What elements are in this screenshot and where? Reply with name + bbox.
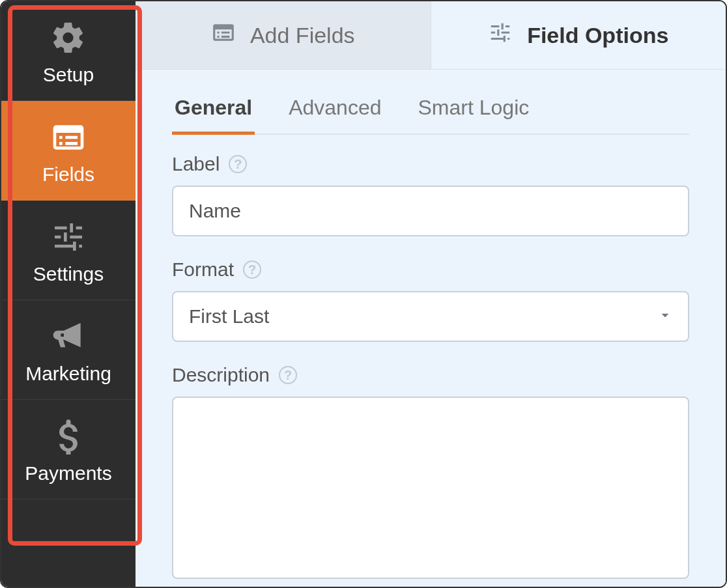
sub-tab-general[interactable]: General — [172, 87, 255, 135]
gear-icon — [50, 20, 87, 56]
field-title: Description — [172, 364, 270, 386]
form-area: Label ? Format ? First Last — [135, 147, 726, 587]
field-title: Format — [172, 259, 234, 281]
field-title: Label — [172, 153, 220, 175]
top-tabs: Add Fields Field Options — [135, 1, 726, 70]
tab-label: Field Options — [527, 23, 668, 48]
form-icon — [211, 20, 236, 50]
sliders-icon — [50, 219, 87, 255]
sidebar-item-label: Settings — [33, 264, 104, 284]
sidebar-item-marketing[interactable]: Marketing — [1, 300, 135, 400]
sidebar-item-settings[interactable]: Settings — [1, 201, 135, 300]
dollar-icon — [50, 418, 87, 455]
tab-field-options[interactable]: Field Options — [431, 1, 726, 69]
field-title-row: Label ? — [172, 153, 689, 175]
sidebar-item-label: Fields — [42, 165, 94, 184]
main-panel: Add Fields Field Options General Advance… — [135, 1, 726, 587]
label-input[interactable] — [172, 186, 689, 236]
description-textarea[interactable] — [172, 397, 689, 579]
format-select[interactable]: First Last — [172, 291, 689, 342]
sub-tabs: General Advanced Smart Logic — [172, 70, 689, 135]
help-icon[interactable]: ? — [229, 155, 247, 173]
sidebar: Setup Fields Settings Marketing Payments — [1, 1, 135, 587]
field-title-row: Description ? — [172, 364, 689, 386]
sidebar-item-label: Marketing — [25, 364, 111, 384]
sliders-icon — [488, 20, 513, 50]
sub-tab-smart-logic[interactable]: Smart Logic — [416, 87, 532, 135]
bullhorn-icon — [50, 318, 87, 355]
tab-label: Add Fields — [250, 23, 355, 48]
tab-add-fields[interactable]: Add Fields — [135, 1, 431, 69]
field-group-description: Description ? — [172, 364, 689, 581]
list-card-icon — [50, 119, 87, 156]
field-group-format: Format ? First Last — [172, 259, 689, 342]
app-frame: Setup Fields Settings Marketing Payments — [0, 0, 727, 588]
sidebar-item-fields[interactable]: Fields — [1, 101, 135, 201]
sidebar-item-label: Payments — [25, 464, 111, 483]
help-icon[interactable]: ? — [243, 260, 261, 279]
field-title-row: Format ? — [172, 259, 689, 281]
sidebar-item-setup[interactable]: Setup — [1, 1, 135, 101]
format-select-wrap: First Last — [172, 291, 689, 342]
help-icon[interactable]: ? — [279, 366, 297, 384]
sub-tab-advanced[interactable]: Advanced — [286, 87, 384, 135]
sidebar-item-payments[interactable]: Payments — [1, 400, 135, 499]
field-group-label: Label ? — [172, 153, 689, 236]
sidebar-item-label: Setup — [43, 65, 94, 85]
